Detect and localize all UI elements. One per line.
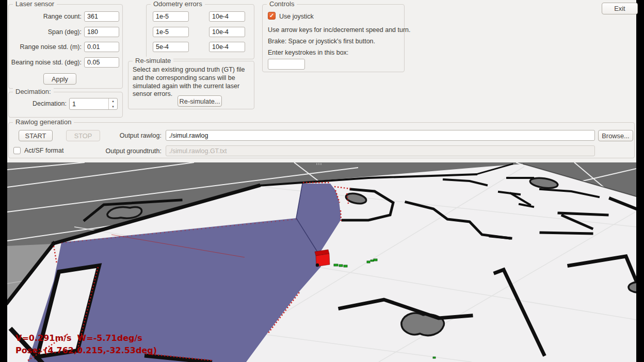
range-count-field[interactable] [84, 11, 119, 22]
odometry-field-1-0[interactable] [153, 27, 189, 37]
rawlog-generation-title: Rawlog generation [13, 118, 74, 126]
odometry-field-2-0[interactable] [153, 42, 189, 52]
keystroke-input[interactable] [268, 59, 305, 70]
check-icon: ✓ [269, 12, 274, 19]
actsf-checkbox[interactable] [13, 147, 21, 154]
actsf-label: Act/SF format [24, 147, 63, 154]
output-groundtruth-label: Output groundtruth: [91, 147, 162, 155]
laser-sensor-group: Laser sensor Range count: Span (deg): Ra… [8, 4, 123, 89]
output-rawlog-field[interactable] [166, 130, 595, 141]
robot-marker [315, 250, 330, 267]
rawlog-generation-group: Rawlog generation START STOP Output rawl… [8, 122, 635, 158]
output-rawlog-label: Output rawlog: [96, 132, 162, 139]
odometry-field-1-1[interactable] [209, 27, 245, 37]
odometry-field-0-1[interactable] [209, 11, 245, 22]
controls-hint-brake: Brake: Space or joystick's first button. [268, 38, 375, 45]
exit-button[interactable]: Exit [602, 3, 638, 14]
span-field[interactable] [84, 27, 119, 37]
decimation-group: Decimation: Decimation: ▴ ▾ [8, 92, 123, 118]
odometry-errors-title: Odometry errors [151, 0, 205, 8]
use-joystick-checkbox[interactable]: ✓ [268, 12, 276, 20]
robot-wheel [316, 264, 319, 267]
resimulate-button[interactable]: Re-simulate... [178, 95, 222, 107]
blob-obstacle [107, 207, 142, 218]
use-joystick-label: Use joystick [279, 13, 314, 20]
bearing-noise-field[interactable] [84, 57, 119, 68]
simulation-3d-view[interactable]: V=0.291m/s W=-5.71deg/s Pose: (4.762,0.2… [7, 162, 636, 362]
laser-sensor-title: Laser sensor [13, 0, 57, 8]
controls-group: Controls ✓ Use joystick Use arrow keys f… [262, 4, 405, 72]
app-window: Laser sensor Range count: Span (deg): Ra… [7, 0, 636, 362]
controls-hint-arrows: Use arrow keys for inc/decrement speed a… [268, 26, 411, 34]
decimation-label: Decimation: [10, 100, 67, 107]
hud-velocity-text: V=0.291m/s W=-5.71deg/s [15, 333, 142, 343]
spin-down-icon[interactable]: ▾ [109, 104, 117, 110]
odometry-field-0-0[interactable] [153, 11, 189, 22]
browse-button[interactable]: Browse... [598, 130, 633, 141]
resimulate-title: Re-simulate [133, 57, 173, 64]
range-noise-field[interactable] [84, 42, 119, 52]
resimulate-description: Select an existing ground truth (GT) fil… [133, 66, 251, 98]
spin-up-icon[interactable]: ▴ [109, 98, 117, 104]
span-label: Span (deg): [10, 28, 82, 36]
start-button[interactable]: START [19, 130, 53, 141]
resimulate-group: Re-simulate Select an existing ground tr… [128, 61, 254, 109]
3d-scene [7, 162, 636, 362]
stop-button: STOP [66, 130, 100, 141]
blob-obstacle [629, 282, 636, 292]
output-groundtruth-field [166, 145, 595, 156]
apply-button[interactable]: Apply [43, 73, 76, 85]
range-count-label: Range count: [10, 13, 82, 20]
decimation-title: Decimation: [13, 88, 54, 95]
controls-hint-keystrokes: Enter keystrokes in this box: [268, 49, 348, 56]
range-noise-label: Range noise std. (m): [10, 43, 82, 51]
bearing-noise-label: Bearing noise std. (deg): [10, 59, 82, 66]
hud-pose-text: Pose: (4.762,0.215,-32.53deg) [15, 345, 157, 355]
odometry-errors-group: Odometry errors [146, 4, 254, 59]
decimation-spinner[interactable]: ▴ ▾ [108, 98, 117, 109]
controls-title: Controls [267, 0, 297, 8]
screen: Laser sensor Range count: Span (deg): Ra… [0, 0, 644, 362]
odometry-field-2-1[interactable] [209, 42, 245, 52]
